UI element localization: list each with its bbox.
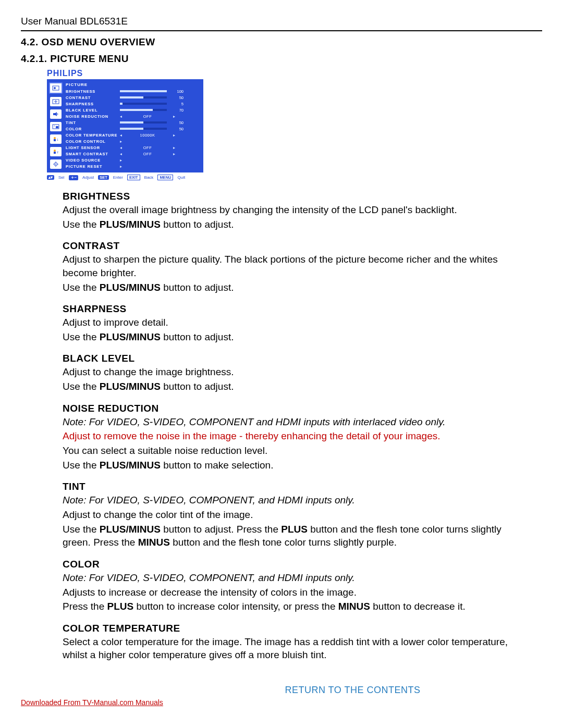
- svg-rect-13: [54, 152, 56, 154]
- osd-arrow-left-icon: ◂: [120, 152, 122, 156]
- hint-key-nav: ▴▾: [47, 175, 54, 180]
- osd-row: SHARPNESS5: [66, 101, 200, 107]
- osd-row: NOISE REDUCTION◂OFF▸: [66, 113, 200, 119]
- color-heading: COLOR: [63, 559, 521, 570]
- hint-adjust: Adjust: [82, 175, 94, 180]
- osd-bar: [120, 128, 167, 130]
- osd-row: LIGHT SENSOR◂OFF▸: [66, 144, 200, 151]
- philips-logo: PHILIPS: [47, 69, 542, 78]
- svg-rect-10: [54, 139, 56, 141]
- brightness-heading: BRIGHTNESS: [63, 191, 521, 202]
- brightness-p1: Adjust the overall image brightness by c…: [63, 203, 521, 217]
- osd-row-label: NOISE REDUCTION: [66, 114, 118, 119]
- tint-p2: Use the PLUS/MINUS button to adjust. Pre…: [63, 523, 521, 549]
- svg-text:2: 2: [57, 151, 58, 154]
- osd-value: 50: [169, 127, 183, 131]
- osd-value: 50: [169, 120, 183, 125]
- osd-row-label: COLOR TEMPERATURE: [66, 133, 118, 138]
- hint-sel: Sel: [58, 175, 65, 180]
- osd-value: 5: [169, 102, 183, 106]
- contrast-p2: Use the PLUS/MINUS button to adjust.: [63, 281, 521, 294]
- hint-key-plusminus: ＋−: [69, 175, 78, 180]
- osd-enum-value: OFF: [124, 114, 171, 119]
- osd-enum-value: OFF: [124, 145, 171, 150]
- hint-key-set: SET: [98, 175, 109, 180]
- osd-bar: [120, 109, 167, 111]
- osd-screen-icon: [50, 97, 62, 106]
- download-link[interactable]: Downloaded From TV-Manual.com Manuals: [21, 698, 163, 707]
- section-4-2-heading: 4.2. OSD MENU OVERVIEW: [21, 36, 542, 48]
- svg-point-9: [54, 137, 56, 139]
- osd-row-label: CONTRAST: [66, 95, 118, 100]
- osd-sidebar: 1 1 2: [47, 79, 65, 172]
- osd-menu: 1 1 2 PICTURE BRIGHTNESS100CONTRAST50SHA…: [47, 79, 203, 172]
- osd-bar: [120, 90, 167, 92]
- osd-value: 70: [169, 108, 183, 113]
- osd-arrow-right-icon: ▸: [173, 114, 175, 119]
- osd-row-label: BRIGHTNESS: [66, 89, 118, 94]
- tint-note: Note: For VIDEO, S-VIDEO, COMPONENT, and…: [63, 493, 521, 507]
- osd-picture-icon: [49, 82, 63, 94]
- osd-bar: [120, 121, 167, 124]
- sharpness-p2: Use the PLUS/MINUS button to adjust.: [63, 330, 521, 344]
- osd-config1-icon: 1: [50, 134, 62, 144]
- return-to-contents-link[interactable]: RETURN TO THE CONTENTS: [163, 685, 542, 696]
- color-p2: Press the PLUS button to increase color …: [63, 600, 521, 613]
- svg-point-12: [54, 150, 56, 152]
- osd-row: PICTURE RESET▸: [66, 163, 200, 169]
- hint-key-menu: MENU: [157, 175, 173, 180]
- osd-row-label: COLOR: [66, 127, 118, 131]
- osd-row: VIDEO SOURCE▸: [66, 157, 200, 163]
- osd-row-label: LIGHT SENSOR: [66, 145, 118, 150]
- tint-p1: Adjust to change the color tint of the i…: [63, 508, 521, 522]
- doc-header-title: User Manual BDL6531E: [21, 16, 542, 27]
- osd-main: PICTURE BRIGHTNESS100CONTRAST50SHARPNESS…: [65, 79, 203, 172]
- contrast-p1: Adjust to sharpen the picture quality. T…: [63, 253, 521, 279]
- svg-marker-5: [53, 112, 57, 116]
- osd-arrow-right-icon: ▸: [173, 145, 175, 150]
- osd-row-label: VIDEO SOURCE: [66, 158, 118, 163]
- osd-row-label: SMART CONTRAST: [66, 152, 118, 156]
- sharpness-heading: SHARPNESS: [63, 303, 521, 315]
- osd-row: COLOR50: [66, 126, 200, 132]
- color-p1: Adjusts to increase or decrease the inte…: [63, 586, 521, 599]
- svg-text:1: 1: [57, 138, 58, 141]
- osd-hints: ▴▾Sel ＋−Adjust SETEnter EXITBack MENUQui…: [47, 175, 542, 180]
- svg-point-16: [55, 164, 56, 165]
- osd-row: CONTRAST50: [66, 94, 200, 101]
- osd-enum-value: OFF: [124, 152, 171, 156]
- noise-red: Adjust to remove the noise in the image …: [63, 429, 521, 443]
- osd-arrow-left-icon: ◂: [120, 114, 122, 119]
- osd-arrow-right-icon: ▸: [120, 139, 122, 144]
- sharpness-p1: Adjust to improve detail.: [63, 316, 521, 329]
- osd-row: BRIGHTNESS100: [66, 88, 200, 94]
- osd-category-label: PICTURE: [66, 82, 200, 87]
- blacklevel-heading: BLACK LEVEL: [63, 353, 521, 364]
- osd-row-label: SHARPNESS: [66, 102, 118, 106]
- osd-row-label: BLACK LEVEL: [66, 108, 118, 113]
- osd-arrow-left-icon: ◂: [120, 133, 122, 138]
- osd-row: BLACK LEVEL70: [66, 107, 200, 113]
- noise-p2: Use the PLUS/MINUS button to make select…: [63, 459, 521, 472]
- header-rule: [21, 30, 542, 31]
- osd-arrow-right-icon: ▸: [120, 158, 122, 163]
- osd-row-label: PICTURE RESET: [66, 164, 118, 169]
- osd-value: 100: [169, 89, 183, 94]
- hint-quit: Quit: [177, 175, 185, 180]
- contrast-heading: CONTRAST: [63, 240, 521, 252]
- osd-arrow-right-icon: ▸: [173, 133, 175, 138]
- osd-row-label: COLOR CONTROL: [66, 139, 118, 144]
- color-note: Note: For VIDEO, S-VIDEO, COMPONENT, and…: [63, 571, 521, 585]
- hint-back: Back: [144, 175, 154, 180]
- svg-point-1: [54, 87, 56, 89]
- osd-enum-value: 10000K: [124, 133, 171, 138]
- noise-p1: You can select a suitable noise reductio…: [63, 444, 521, 458]
- osd-audio-icon: [50, 109, 62, 119]
- osd-bar: [120, 96, 167, 98]
- osd-config2-icon: 2: [50, 147, 62, 156]
- section-4-2-1-heading: 4.2.1. PICTURE MENU: [21, 53, 542, 65]
- osd-arrow-left-icon: ◂: [120, 145, 122, 150]
- colortemp-p1: Select a color temperature for the image…: [63, 635, 521, 662]
- tint-heading: TINT: [63, 481, 521, 492]
- osd-arrow-right-icon: ▸: [173, 152, 175, 156]
